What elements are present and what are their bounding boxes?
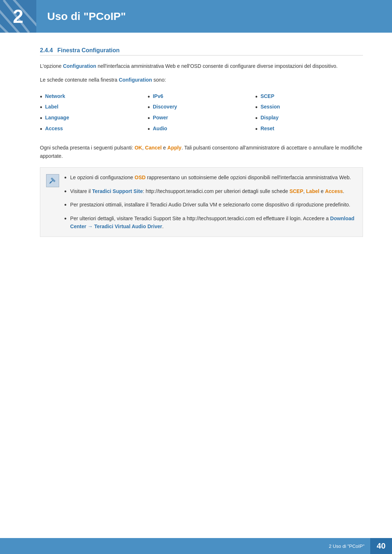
note-item-2: • Visitare il Teradici Support Site: htt… [64, 187, 355, 196]
p2-text-after: sono: [152, 77, 166, 83]
chapter-number: 2 [13, 5, 24, 27]
list-item: • Label [40, 104, 148, 112]
cancel-button-label: Cancel [145, 145, 162, 151]
list-item: • Discovery [148, 104, 256, 112]
tab-label: Label [45, 104, 58, 110]
list-item: • SCEP [255, 93, 363, 101]
tab-network: Network [45, 93, 65, 99]
tab-language: Language [45, 115, 69, 120]
list-item: • Session [255, 104, 363, 112]
bullet-dot: • [40, 104, 42, 112]
p1-highlight-configuration: Configuration [63, 63, 96, 69]
section-title: Finestra Configuration [57, 47, 120, 53]
tab-session: Session [261, 104, 280, 110]
list-item: • Language [40, 115, 148, 123]
tab-scep: SCEP [261, 93, 274, 99]
list-item: • Power [148, 115, 256, 123]
bullet-dot: • [148, 93, 150, 101]
note-item-1: • Le opzioni di configurazione OSD rappr… [64, 173, 355, 182]
tab-reset: Reset [261, 126, 274, 131]
bullet-dot: • [148, 115, 150, 123]
bullet-dot: • [255, 126, 257, 134]
bullet-dot: • [148, 126, 150, 134]
p2-text-before: Le schede contenute nella finestra [40, 77, 119, 83]
list-item: • IPv6 [148, 93, 256, 101]
list-item: • Reset [255, 126, 363, 134]
e-text: e [162, 145, 167, 151]
comma1: , [142, 145, 145, 151]
footer-chapter-ref: 2 Uso di "PCoIP" [329, 543, 370, 549]
tab-audio: Audio [153, 126, 167, 131]
svg-rect-4 [49, 180, 53, 184]
bullet-dot: • [40, 93, 42, 101]
bullet-dot: • [148, 104, 150, 112]
config-tabs-table: • Network • Label • Language • Access [40, 91, 363, 135]
header-bar: 2 Uso di "PCoIP" [0, 0, 392, 33]
main-content: 2.4.4 Finestra Configuration L'opzione C… [0, 47, 392, 266]
chapter-number-block: 2 [0, 0, 36, 33]
list-item: • Audio [148, 126, 256, 134]
tab-power: Power [153, 115, 168, 120]
note-item-3: • Per prestazioni ottimali, installare i… [64, 201, 355, 209]
note-box: • Le opzioni di configurazione OSD rappr… [40, 167, 363, 237]
paragraph-1: L'opzione Configuration nell'interfaccia… [40, 62, 363, 70]
p2-highlight-configuration: Configuration [119, 77, 152, 83]
note-4-text: Per ulteriori dettagli, visitare Teradic… [70, 214, 355, 231]
note-bullet: • [64, 201, 66, 209]
note-icon [46, 174, 59, 187]
tab-discovery: Discovery [153, 104, 177, 110]
bullet-dot: • [255, 104, 257, 112]
page-footer: 2 Uso di "PCoIP" 40 [0, 538, 392, 554]
note-item-4: • Per ulteriori dettagli, visitare Terad… [64, 214, 355, 231]
note-2-text: Visitare il Teradici Support Site: http:… [70, 187, 344, 195]
note-bullet: • [64, 188, 66, 196]
paragraph-2: Le schede contenute nella finestra Confi… [40, 76, 363, 84]
apply-button-label: Apply [167, 145, 181, 151]
tab-access: Access [45, 126, 63, 131]
ok-button-label: OK [135, 145, 142, 151]
tab-display: Display [261, 115, 279, 120]
note-1-text: Le opzioni di configurazione OSD rappres… [70, 173, 351, 181]
note-list: • Le opzioni di configurazione OSD rappr… [64, 173, 355, 231]
ok-cancel-intro: Ogni scheda presenta i seguenti pulsanti… [40, 145, 135, 151]
bullet-dot: • [40, 115, 42, 123]
p1-text-after: nell'interfaccia amministrativa Web e ne… [96, 63, 338, 69]
chapter-title: Uso di "PCoIP" [47, 10, 126, 22]
list-item: • Access [40, 126, 148, 134]
svg-line-3 [0, 15, 15, 33]
bullet-dot: • [255, 93, 257, 101]
tab-ipv6: IPv6 [153, 93, 163, 99]
section-heading: 2.4.4 Finestra Configuration [40, 47, 363, 56]
note-bullet: • [64, 174, 66, 182]
note-3-text: Per prestazioni ottimali, installare il … [70, 201, 350, 209]
list-item: • Display [255, 115, 363, 123]
list-item: • Network [40, 93, 148, 101]
note-bullet: • [64, 215, 66, 223]
bullet-dot: • [40, 126, 42, 134]
bullet-dot: • [255, 115, 257, 123]
footer-page-number: 40 [370, 538, 392, 554]
ok-cancel-paragraph: Ogni scheda presenta i seguenti pulsanti… [40, 144, 363, 160]
p1-text-before: L'opzione [40, 63, 63, 69]
section-number: 2.4.4 [40, 47, 53, 53]
